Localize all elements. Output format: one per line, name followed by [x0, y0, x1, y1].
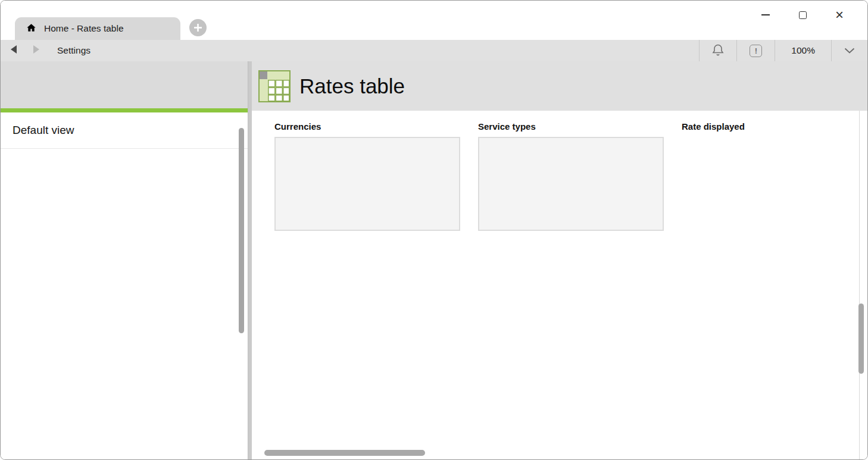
browser-tab-home[interactable]: Home - Rates table [15, 17, 180, 40]
scroll-gutter-line [859, 111, 860, 459]
window-controls: × [747, 1, 858, 29]
service-types-label: Service types [478, 121, 536, 132]
alerts-button[interactable]: ! [736, 40, 775, 61]
chevron-down-icon [844, 45, 855, 56]
sidebar: Default view [1, 61, 248, 459]
expand-menu-button[interactable] [831, 40, 867, 61]
page-title: Rates table [299, 74, 405, 98]
close-button[interactable]: × [821, 1, 858, 29]
navigation-tree [1, 149, 248, 459]
close-icon: × [835, 8, 844, 22]
tab-title: Home - Rates table [44, 23, 124, 34]
view-label: Default view [1, 112, 248, 149]
maximize-button[interactable] [784, 1, 821, 29]
back-button[interactable] [10, 45, 18, 57]
sidebar-nav-strip [1, 61, 248, 108]
notifications-button[interactable] [699, 40, 736, 61]
breadcrumb: Settings [57, 45, 99, 56]
title-bar: Home - Rates table × [1, 1, 867, 40]
breadcrumb-bar: Settings ! 100% [1, 40, 867, 61]
nav-arrows [10, 45, 40, 57]
new-tab-button[interactable] [189, 19, 207, 36]
accent-bar [1, 108, 248, 112]
main-body: Currencies Service types Rate displayed [252, 111, 867, 459]
currencies-listbox [274, 137, 460, 231]
minimize-icon [761, 14, 770, 15]
service-types-listbox [478, 137, 664, 231]
filters-section: Currencies Service types Rate displayed [252, 111, 867, 257]
minimize-button[interactable] [747, 1, 784, 29]
rates-table-icon [258, 70, 291, 102]
breadcrumb-item-settings[interactable]: Settings [57, 45, 90, 56]
maximize-icon [799, 11, 807, 19]
main-header: Rates table [252, 61, 867, 111]
breadcrumb-right: ! 100% [699, 40, 867, 61]
zoom-level[interactable]: 100% [775, 40, 831, 61]
app-window: Home - Rates table × Settings ! 100% [0, 0, 868, 460]
grid-horizontal-scrollbar[interactable] [264, 450, 425, 456]
home-icon [26, 23, 36, 35]
alert-icon: ! [750, 45, 762, 57]
tree-vertical-scrollbar[interactable] [239, 128, 244, 333]
forward-button[interactable] [32, 45, 40, 57]
grid-vertical-scrollbar[interactable] [858, 303, 864, 374]
rates-grid-area [252, 257, 867, 459]
bell-icon [712, 43, 724, 59]
sidebar-splitter[interactable] [248, 61, 252, 459]
rate-displayed-label: Rate displayed [682, 121, 745, 132]
currencies-label: Currencies [274, 121, 321, 132]
content-area: Default view Rates table Currencies S [1, 61, 867, 459]
main-panel: Rates table Currencies Service types Rat… [252, 61, 867, 459]
